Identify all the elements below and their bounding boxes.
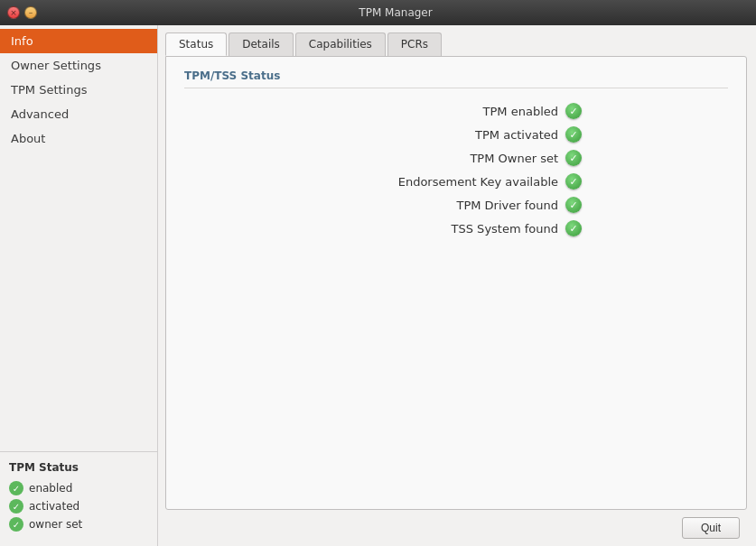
status-item-tpm-enabled: TPM enabled: [220, 103, 582, 119]
window-title: TPM Manager: [42, 6, 749, 19]
status-row-owner-set: owner set: [9, 515, 148, 533]
status-items-list: TPM enabled TPM activated TPM Owner set …: [184, 103, 728, 236]
status-row-enabled: enabled: [9, 479, 148, 497]
check-icon-owner-set: [9, 517, 23, 532]
status-check-tpm-driver: [565, 197, 582, 213]
sidebar-item-owner-settings[interactable]: Owner Settings: [0, 53, 157, 78]
check-icon-enabled: [9, 481, 23, 495]
tab-capabilities[interactable]: Capabilities: [295, 32, 386, 56]
window-controls: × –: [7, 6, 37, 19]
sidebar: Info Owner Settings TPM Settings Advance…: [0, 25, 158, 546]
status-check-endorsement-key: [565, 173, 582, 190]
status-check-tpm-activated: [565, 126, 582, 143]
status-label-enabled: enabled: [29, 482, 72, 495]
sidebar-item-advanced[interactable]: Advanced: [0, 102, 157, 126]
status-item-tss-system: TSS System found: [220, 220, 582, 236]
status-item-label-tpm-enabled: TPM enabled: [483, 105, 558, 118]
minimize-button[interactable]: –: [24, 6, 37, 19]
status-item-label-tpm-owner-set: TPM Owner set: [470, 152, 558, 165]
check-icon-activated: [9, 499, 23, 514]
tab-bar: Status Details Capabilities PCRs: [165, 32, 747, 56]
sidebar-item-tpm-settings[interactable]: TPM Settings: [0, 78, 157, 102]
sidebar-item-about[interactable]: About: [0, 126, 157, 151]
panel-title: TPM/TSS Status: [184, 69, 728, 88]
app-body: Info Owner Settings TPM Settings Advance…: [0, 25, 756, 546]
status-check-tss-system: [565, 220, 582, 236]
status-item-endorsement-key: Endorsement Key available: [220, 173, 582, 190]
tpm-status-title: TPM Status: [9, 461, 148, 474]
close-button[interactable]: ×: [7, 6, 20, 19]
status-item-tpm-driver: TPM Driver found: [220, 197, 582, 213]
status-panel: TPM/TSS Status TPM enabled TPM activated…: [165, 56, 747, 510]
status-item-label-tpm-driver: TPM Driver found: [456, 199, 558, 212]
tab-status[interactable]: Status: [165, 32, 227, 56]
tab-pcrs[interactable]: PCRs: [387, 32, 442, 56]
status-label-activated: activated: [29, 500, 79, 513]
titlebar: × – TPM Manager: [0, 0, 756, 25]
status-item-label-tpm-activated: TPM activated: [475, 128, 558, 142]
quit-button[interactable]: Quit: [682, 517, 740, 539]
tab-details[interactable]: Details: [229, 32, 294, 56]
tpm-status-panel: TPM Status enabled activated owner set: [0, 451, 157, 546]
status-item-tpm-owner-set: TPM Owner set: [220, 150, 582, 166]
status-check-tpm-enabled: [565, 103, 582, 119]
footer: Quit: [165, 510, 747, 539]
status-row-activated: activated: [9, 497, 148, 515]
status-item-tpm-activated: TPM activated: [220, 126, 582, 143]
status-item-label-tss-system: TSS System found: [452, 222, 558, 236]
status-label-owner-set: owner set: [29, 518, 82, 531]
status-check-tpm-owner-set: [565, 150, 582, 166]
sidebar-item-info[interactable]: Info: [0, 29, 157, 53]
status-item-label-endorsement-key: Endorsement Key available: [398, 175, 558, 189]
